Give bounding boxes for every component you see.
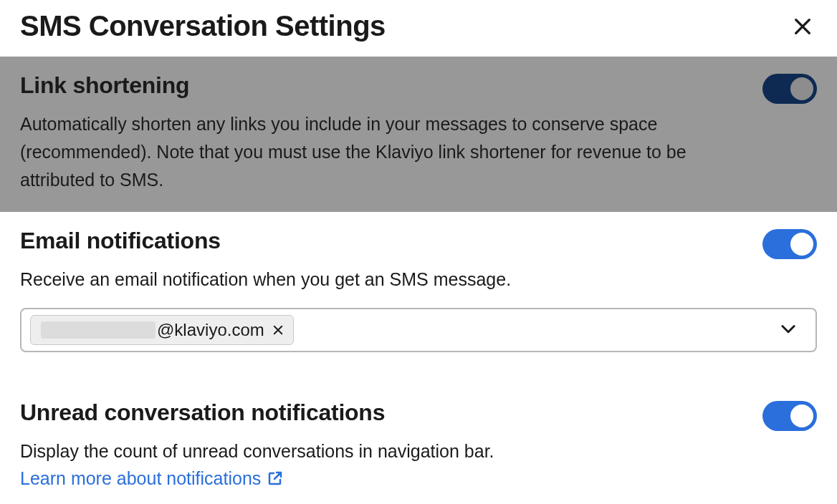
chevron-down-icon	[778, 319, 798, 339]
modal-header: SMS Conversation Settings	[0, 0, 837, 57]
close-icon	[791, 15, 814, 38]
close-button[interactable]	[788, 12, 817, 41]
link-shortening-title: Link shortening	[20, 72, 745, 99]
unread-notifications-toggle[interactable]	[762, 401, 817, 431]
email-chip: @klaviyo.com	[30, 315, 294, 345]
learn-more-link[interactable]: Learn more about notifications	[20, 468, 284, 489]
modal-title: SMS Conversation Settings	[20, 10, 386, 42]
learn-more-label: Learn more about notifications	[20, 468, 261, 489]
unread-notifications-desc: Display the count of unread conversation…	[20, 437, 722, 465]
section-unread-notifications: Unread conversation notifications Displa…	[0, 371, 837, 504]
external-link-icon	[267, 470, 284, 487]
toggle-knob	[790, 77, 813, 100]
link-shortening-toggle[interactable]	[762, 74, 817, 104]
combobox-caret[interactable]	[775, 316, 801, 344]
email-notifications-title: Email notifications	[20, 228, 745, 254]
close-icon	[272, 324, 284, 336]
email-notifications-toggle[interactable]	[762, 229, 817, 259]
toggle-knob	[790, 233, 813, 256]
email-chip-suffix: @klaviyo.com	[157, 320, 264, 340]
section-email-notifications: Email notifications Receive an email not…	[0, 212, 837, 371]
link-shortening-desc: Automatically shorten any links you incl…	[20, 110, 722, 193]
unread-notifications-title: Unread conversation notifications	[20, 399, 745, 426]
email-chip-remove-button[interactable]	[272, 324, 284, 336]
email-chip-redacted	[41, 321, 156, 339]
section-link-shortening: Link shortening Automatically shorten an…	[0, 57, 837, 212]
email-notifications-desc: Receive an email notification when you g…	[20, 266, 722, 294]
toggle-knob	[790, 404, 813, 427]
email-recipients-combobox[interactable]: @klaviyo.com	[20, 308, 817, 352]
